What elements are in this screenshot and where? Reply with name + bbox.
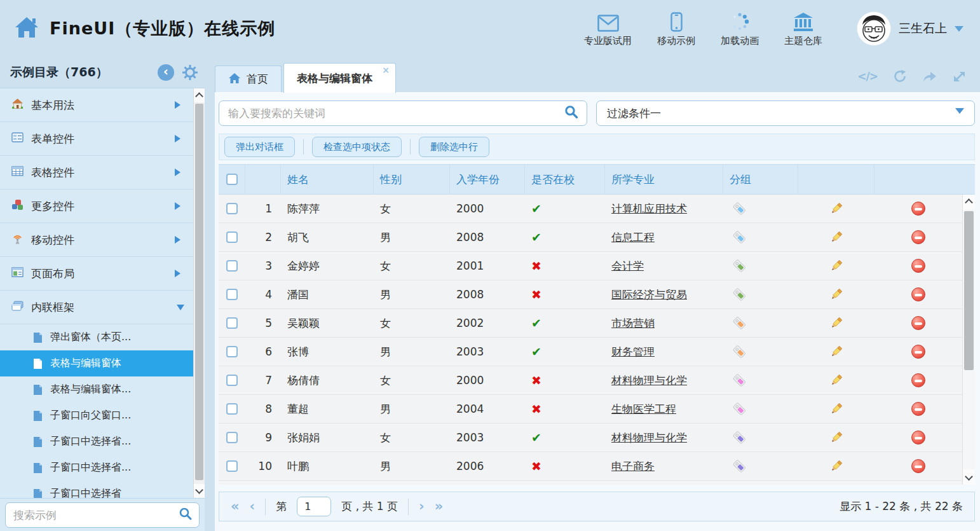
major-link[interactable]: 市场营销 xyxy=(611,316,655,331)
check-selection-button[interactable]: 检查选中项状态 xyxy=(312,137,402,157)
delete-icon[interactable] xyxy=(911,431,925,445)
row-checkbox[interactable] xyxy=(226,317,238,329)
delete-selected-button[interactable]: 删除选中行 xyxy=(419,137,489,157)
nav-mobile-demo[interactable]: 移动示例 xyxy=(657,10,695,47)
prev-page-button[interactable]: ‹ xyxy=(250,500,255,513)
major-link[interactable]: 会计学 xyxy=(611,259,644,273)
nav-loading[interactable]: 加载动画 xyxy=(721,10,759,47)
nav-trial[interactable]: 专业版试用 xyxy=(584,10,632,47)
refresh-icon[interactable] xyxy=(893,69,907,83)
first-page-button[interactable]: « xyxy=(231,500,240,513)
delete-icon[interactable] xyxy=(911,202,925,216)
table-scrollbar[interactable] xyxy=(962,195,975,485)
scroll-down-icon[interactable] xyxy=(194,484,205,498)
major-link[interactable]: 生物医学工程 xyxy=(611,402,676,417)
edit-icon[interactable] xyxy=(829,258,844,273)
edit-icon[interactable] xyxy=(829,430,844,445)
sidebar-item-page-layout[interactable]: 页面布局 xyxy=(0,257,193,291)
major-link[interactable]: 计算机应用技术 xyxy=(611,202,687,216)
sidebar-item-mobile-controls[interactable]: 移动控件 xyxy=(0,223,193,257)
keyword-search-input[interactable] xyxy=(227,106,559,120)
sidebar-child-select-province-3[interactable]: 子窗口中选择省 xyxy=(0,481,193,498)
nav-theme-store[interactable]: 主题仓库 xyxy=(784,10,822,47)
tab-home[interactable]: 首页 xyxy=(215,66,282,92)
search-icon[interactable] xyxy=(564,104,579,122)
row-checkbox[interactable] xyxy=(226,346,238,357)
delete-icon[interactable] xyxy=(911,287,925,301)
scroll-up-icon[interactable] xyxy=(963,195,975,210)
row-checkbox[interactable] xyxy=(226,403,238,415)
sidebar-child-select-province-1[interactable]: 子窗口中选择省... xyxy=(0,429,193,455)
select-all-checkbox[interactable] xyxy=(226,174,238,185)
major-link[interactable]: 财务管理 xyxy=(611,345,655,359)
sidebar-child-child-to-parent[interactable]: 子窗口向父窗口... xyxy=(0,403,193,429)
row-checkbox[interactable] xyxy=(226,260,238,272)
source-code-icon[interactable]: </> xyxy=(857,70,878,83)
edit-icon[interactable] xyxy=(829,201,844,216)
cell-gender: 女 xyxy=(374,424,450,452)
close-icon[interactable]: × xyxy=(382,66,390,74)
row-checkbox[interactable] xyxy=(226,203,238,214)
sidebar-item-more-controls[interactable]: 更多控件 xyxy=(0,190,193,223)
edit-icon[interactable] xyxy=(829,373,844,388)
sidebar-title: 示例目录（766） xyxy=(10,64,150,81)
row-checkbox[interactable] xyxy=(226,432,238,443)
filter-dropdown[interactable]: 过滤条件一 xyxy=(596,100,975,126)
delete-icon[interactable] xyxy=(911,259,925,273)
delete-icon[interactable] xyxy=(911,402,925,416)
gear-icon[interactable] xyxy=(182,64,198,81)
delete-icon[interactable] xyxy=(911,316,925,330)
delete-icon[interactable] xyxy=(911,230,925,244)
sidebar-search xyxy=(0,498,205,531)
scroll-down-icon[interactable] xyxy=(963,469,975,485)
edit-icon[interactable] xyxy=(829,459,844,474)
sidebar-scrollbar[interactable] xyxy=(193,88,205,498)
sidebar-item-grid-controls[interactable]: 表格控件 xyxy=(0,156,193,190)
edit-icon[interactable] xyxy=(829,287,844,302)
table-row: 1 陈萍萍 女 2000 ✔ 计算机应用技术 xyxy=(219,195,962,223)
row-checkbox[interactable] xyxy=(226,231,238,243)
major-link[interactable]: 电子商务 xyxy=(611,459,655,474)
scroll-up-icon[interactable] xyxy=(194,88,205,102)
major-link[interactable]: 国际经济与贸易 xyxy=(611,287,687,302)
tab-grid-edit-window[interactable]: 表格与编辑窗体 × xyxy=(283,63,396,93)
sidebar-item-basic-usage[interactable]: 基本用法 xyxy=(0,88,193,122)
sidebar-child-grid-edit-window[interactable]: 表格与编辑窗体 xyxy=(0,350,193,376)
row-number: 10 xyxy=(245,452,281,480)
header-edit xyxy=(798,165,875,194)
grid-toolbar: 过滤条件一 xyxy=(219,100,975,126)
major-link[interactable]: 信息工程 xyxy=(611,230,655,245)
edit-icon[interactable] xyxy=(829,315,844,331)
edit-icon[interactable] xyxy=(829,230,844,245)
open-dialog-button[interactable]: 弹出对话框 xyxy=(224,137,295,157)
next-page-button[interactable]: › xyxy=(419,500,425,513)
sidebar-item-iframe[interactable]: 内联框架 xyxy=(0,291,193,324)
last-page-button[interactable]: » xyxy=(435,500,444,513)
share-icon[interactable] xyxy=(922,70,937,83)
sidebar-search-input[interactable] xyxy=(12,508,174,522)
major-link[interactable]: 材料物理与化学 xyxy=(611,431,687,445)
sidebar-child-select-province-2[interactable]: 子窗口中选择省... xyxy=(0,455,193,481)
edit-icon[interactable] xyxy=(829,401,844,417)
tab-bar: 首页 表格与编辑窗体 × </> xyxy=(215,57,980,93)
scrollbar-thumb[interactable] xyxy=(964,211,974,370)
row-checkbox[interactable] xyxy=(226,375,238,386)
major-link[interactable]: 材料物理与化学 xyxy=(611,373,687,388)
search-icon[interactable] xyxy=(179,507,193,523)
sidebar-item-form-controls[interactable]: 表单控件 xyxy=(0,122,193,156)
delete-icon[interactable] xyxy=(911,373,925,387)
header-select-all[interactable] xyxy=(219,165,245,194)
edit-icon[interactable] xyxy=(829,344,844,359)
page-number-input[interactable] xyxy=(297,497,331,516)
collapse-sidebar-button[interactable]: ‹ xyxy=(158,64,174,81)
row-checkbox[interactable] xyxy=(226,460,238,472)
row-checkbox[interactable] xyxy=(226,289,238,300)
sidebar-child-popup-window[interactable]: 弹出窗体（本页... xyxy=(0,324,193,350)
cubes-icon xyxy=(11,199,24,213)
user-menu[interactable]: 三生石上 xyxy=(857,11,963,46)
expand-icon[interactable] xyxy=(953,70,966,83)
delete-icon[interactable] xyxy=(911,459,925,473)
sidebar-child-grid-edit-window-2[interactable]: 表格与编辑窗体... xyxy=(0,376,193,403)
delete-icon[interactable] xyxy=(911,345,925,359)
scrollbar-thumb[interactable] xyxy=(195,104,203,480)
